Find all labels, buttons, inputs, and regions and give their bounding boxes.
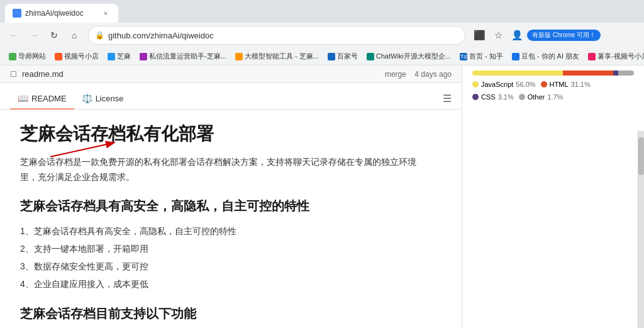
tab-license[interactable]: ⚖️ License bbox=[74, 88, 131, 110]
lang-item-js: JavaScript 56.0% bbox=[472, 81, 536, 88]
bookmark-favicon-0 bbox=[9, 53, 16, 60]
bookmark-label-8: 豆包 - 你的 AI 朋友 bbox=[521, 52, 579, 61]
chrome-update-badge[interactable]: 有新版 Chrome 可用！ bbox=[527, 30, 601, 41]
lang-item-css: CSS 3.1% bbox=[472, 93, 514, 101]
scrollbar-thumb[interactable] bbox=[638, 137, 644, 175]
home-button[interactable]: ⌂ bbox=[65, 26, 83, 44]
bookmark-chatwiki[interactable]: ChatWiki开源大模型企... bbox=[363, 50, 455, 62]
lang-item-html: HTML 31.1% bbox=[541, 81, 591, 88]
lang-percent-html: 31.1% bbox=[571, 81, 591, 88]
bookmark-button[interactable]: ☆ bbox=[489, 26, 507, 44]
lang-dot-html bbox=[541, 81, 547, 88]
repo-row: ☐ readme.md merge 4 days ago bbox=[0, 65, 462, 83]
lang-seg-css bbox=[613, 71, 618, 76]
repo-file-checkbox: ☐ bbox=[10, 70, 17, 79]
readme-features-list: 1、芝麻会话存档具有高安全，高隐私，自主可控的特性 2、支持一键本地部署，开箱即… bbox=[20, 222, 433, 293]
bookmark-favicon-5 bbox=[328, 53, 335, 60]
lang-dot-other bbox=[519, 94, 525, 100]
bookmark-favicon-7: Td bbox=[460, 53, 467, 60]
bookmark-label-9: 薯享-视频号小店智能营... bbox=[597, 52, 644, 61]
readme-content: 芝麻会话存档私有化部署 芝麻会话存档是一款免费开源的私有化部署会话存档解决方案，… bbox=[0, 110, 453, 328]
lang-dot-css bbox=[472, 94, 479, 100]
lang-seg-other bbox=[618, 71, 634, 76]
forward-button[interactable]: → bbox=[25, 26, 43, 44]
bookmark-shipinhao[interactable]: 视频号小店 bbox=[51, 50, 103, 62]
lang-seg-js bbox=[472, 71, 563, 76]
readme-title: 芝麻会话存档私有化部署 bbox=[20, 122, 433, 146]
bookmark-label-5: 百家号 bbox=[337, 52, 358, 61]
bookmark-label-1: 视频号小店 bbox=[64, 52, 99, 61]
bookmark-favicon-2 bbox=[108, 53, 115, 60]
tab-readme-label: README bbox=[31, 94, 67, 103]
bookmark-sixin[interactable]: 私信流量运营助手-芝麻... bbox=[136, 50, 230, 62]
lang-name-other: Other bbox=[528, 93, 545, 101]
repo-commit-action: merge bbox=[385, 70, 406, 79]
bookmark-favicon-9 bbox=[588, 53, 596, 60]
bookmark-zhima[interactable]: 芝麻 bbox=[104, 50, 135, 62]
language-bar bbox=[472, 71, 634, 76]
bookmark-favicon-6 bbox=[367, 53, 374, 60]
scrollbar-track[interactable] bbox=[638, 131, 644, 328]
lang-percent-js: 56.0% bbox=[516, 81, 535, 88]
tab-license-label: License bbox=[96, 94, 124, 103]
profile-button[interactable]: 👤 bbox=[508, 26, 526, 44]
bookmark-label-4: 大模型智能工具 - 芝麻... bbox=[245, 52, 319, 61]
tab-close-button[interactable]: × bbox=[101, 8, 111, 18]
bookmark-favicon-8 bbox=[512, 53, 519, 60]
bookmark-zhihu[interactable]: Td 首页 - 知乎 bbox=[456, 50, 507, 62]
readme-description: 芝麻会话存档是一款免费开源的私有化部署会话存档解决方案，支持将聊天记录存储在专属… bbox=[20, 155, 433, 185]
bookmark-baijiahao[interactable]: 百家号 bbox=[324, 50, 362, 62]
reload-button[interactable]: ↻ bbox=[45, 26, 63, 44]
bookmark-favicon-3 bbox=[140, 53, 147, 60]
bookmark-damo[interactable]: 大模型智能工具 - 芝麻... bbox=[231, 50, 323, 62]
feature-item-3: 3、数据存储安全性更高，更可控 bbox=[20, 257, 433, 275]
license-tab-icon: ⚖️ bbox=[82, 93, 92, 103]
feature-item-2: 2、支持一键本地部署，开箱即用 bbox=[20, 240, 433, 257]
address-url: github.com/zhimaAi/qiweidoc bbox=[108, 31, 458, 40]
main-area: ☐ readme.md merge 4 days ago 📖 README bbox=[0, 65, 462, 328]
bookmark-shuxiang[interactable]: 薯享-视频号小店智能营... bbox=[584, 50, 644, 62]
bookmarks-bar: 导师网站 视频号小店 芝麻 私信流量运营助手-芝麻... 大模型智能工具 - 芝… bbox=[0, 48, 644, 65]
lang-seg-html bbox=[563, 71, 613, 76]
back-button[interactable]: ← bbox=[5, 26, 23, 44]
lang-name-css: CSS bbox=[481, 93, 496, 101]
repo-file-name: readme.md bbox=[22, 69, 64, 79]
page-content: ☐ readme.md merge 4 days ago 📖 README bbox=[0, 65, 644, 328]
repo-row-right: merge 4 days ago bbox=[385, 70, 452, 79]
lang-item-other: Other 1.7% bbox=[519, 93, 564, 101]
lang-name-html: HTML bbox=[550, 81, 569, 88]
bookmark-label-3: 私信流量运营助手-芝麻... bbox=[149, 52, 226, 61]
browser-body: ☐ readme.md merge 4 days ago 📖 README bbox=[0, 65, 644, 328]
lock-icon: 🔒 bbox=[95, 31, 104, 40]
repo-row-left: ☐ readme.md bbox=[10, 69, 385, 79]
bookmark-label-0: 导师网站 bbox=[18, 52, 46, 61]
cast-button[interactable]: ⬛ bbox=[470, 26, 488, 44]
bookmark-label-6: ChatWiki开源大模型企... bbox=[376, 52, 451, 61]
readme-menu-button[interactable]: ☰ bbox=[443, 93, 452, 105]
toolbar: ← → ↻ ⌂ 🔒 github.com/zhimaAi/qiweidoc ⬛ … bbox=[0, 23, 644, 48]
language-legend: JavaScript 56.0% HTML 31.1% CSS 3.1% bbox=[472, 81, 634, 101]
bookmark-doubao[interactable]: 豆包 - 你的 AI 朋友 bbox=[508, 50, 583, 62]
bookmark-favicon-1 bbox=[55, 53, 62, 60]
readme-tab-icon: 📖 bbox=[18, 93, 28, 103]
sidebar: JavaScript 56.0% HTML 31.1% CSS 3.1% bbox=[462, 65, 644, 328]
readme-functions-heading: 芝麻会话存档目前支持以下功能 bbox=[20, 305, 433, 322]
feature-item-1: 1、芝麻会话存档具有高安全，高隐私，自主可控的特性 bbox=[20, 222, 433, 240]
address-bar[interactable]: 🔒 github.com/zhimaAi/qiweidoc bbox=[88, 26, 465, 45]
lang-percent-css: 3.1% bbox=[498, 93, 514, 101]
lang-percent-other: 1.7% bbox=[547, 93, 563, 101]
lang-dot-js bbox=[472, 81, 479, 88]
lang-name-js: JavaScript bbox=[481, 81, 513, 88]
bookmark-label-7: 首页 - 知乎 bbox=[469, 52, 503, 61]
tab-title: zhimaAi/qiweidoc bbox=[25, 9, 97, 18]
bookmark-guishi[interactable]: 导师网站 bbox=[5, 50, 50, 62]
repo-commit-time: 4 days ago bbox=[414, 70, 452, 79]
tab-favicon bbox=[13, 9, 21, 18]
active-tab[interactable]: zhimaAi/qiweidoc × bbox=[5, 4, 118, 23]
bookmark-label-2: 芝麻 bbox=[117, 52, 131, 61]
bookmark-favicon-4 bbox=[235, 53, 243, 60]
readme-tabs: 📖 README ⚖️ License ☰ bbox=[0, 83, 462, 110]
tab-bar: zhimaAi/qiweidoc × bbox=[0, 0, 644, 23]
tab-readme[interactable]: 📖 README bbox=[10, 88, 74, 110]
feature-item-4: 4、企业自建应用接入，成本更低 bbox=[20, 275, 433, 293]
